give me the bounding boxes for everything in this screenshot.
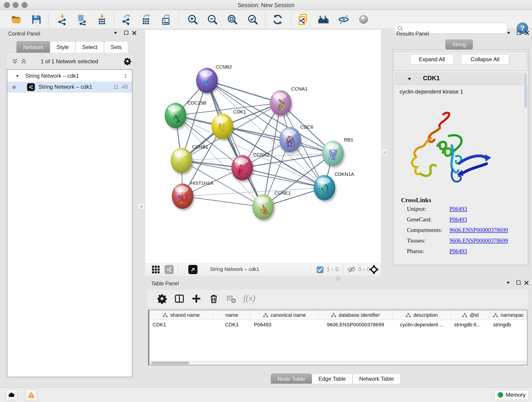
table-panel-title: Table Panel (151, 281, 179, 287)
delete-table-icon (226, 293, 236, 304)
collapse-all-button[interactable]: Collapse All (461, 54, 509, 65)
column-header-id[interactable]: @id (451, 310, 490, 320)
close-panel-icon[interactable] (524, 30, 530, 36)
crosslink-link[interactable]: 9606.ENSP00000378699 (450, 227, 508, 233)
close-panel-icon[interactable] (132, 30, 137, 36)
column-header-name[interactable]: name (213, 310, 251, 320)
expand-all-button[interactable]: Expand All (410, 54, 454, 65)
float-panel-icon[interactable] (517, 31, 521, 35)
node-gloss (174, 150, 187, 157)
table-options-gear-icon[interactable] (157, 293, 167, 304)
tab-string[interactable]: String (445, 39, 473, 50)
results-panel: Results Panel String Expand All Collapse… (391, 30, 530, 276)
table-row[interactable]: CDK1CDK1P064939606.ENSP00000378699cyclin… (149, 320, 527, 330)
collection-expander-icon[interactable] (15, 74, 20, 78)
float-panel-icon[interactable] (124, 31, 128, 35)
crosslinks-title: CrossLinks (401, 197, 431, 204)
hide-selected-button[interactable] (338, 14, 349, 25)
export-image-button[interactable] (160, 14, 172, 25)
export-network-button[interactable] (121, 14, 132, 25)
cell: 9606.ENSP00000378699 (318, 320, 393, 330)
node-gloss (215, 116, 228, 123)
float-panel-icon[interactable] (516, 281, 520, 285)
panel-menu-icon[interactable] (506, 31, 511, 35)
results-scrollbar[interactable] (524, 73, 527, 264)
zoom-out-button[interactable] (207, 14, 218, 25)
close-panel-icon[interactable] (524, 280, 529, 286)
memory-button[interactable]: Memory (494, 390, 529, 400)
export-table-button[interactable] (140, 14, 152, 25)
network-selected-status: 1 of 1 Network selected (5, 58, 134, 65)
import-network-file-button[interactable] (57, 14, 68, 25)
column-header-description[interactable]: description (393, 310, 451, 320)
create-column-icon[interactable] (191, 293, 202, 304)
crosslink-link[interactable]: P06493 (450, 206, 467, 212)
cloud-button[interactable] (6, 389, 17, 400)
tab-node-table[interactable]: Node Table (271, 374, 312, 384)
show-all-button[interactable] (358, 14, 369, 25)
network-edge-count: 48 (122, 84, 128, 90)
toolbar-separator (265, 13, 266, 26)
node-gloss (283, 129, 296, 136)
panel-menu-icon[interactable] (113, 31, 118, 35)
network-collection-row[interactable]: String Network – cdk1 1 (7, 70, 132, 82)
table-panel: Table Panel f(x) shared namenamecanonica… (145, 280, 530, 385)
fit-content-button[interactable] (227, 14, 238, 25)
tab-sets[interactable]: Sets (104, 41, 128, 53)
birdseye-grid-icon[interactable] (151, 265, 160, 274)
network-view-toolbar: String Network – cdk1 1 – 0 0 – 0 (145, 263, 381, 276)
toolbar-separator (48, 13, 49, 26)
tab-network-table[interactable]: Network Table (353, 374, 401, 384)
network-options-gear-icon[interactable] (123, 57, 132, 65)
warnings-button[interactable] (25, 389, 37, 400)
import-network-database-button[interactable] (76, 14, 87, 25)
gene-collapse-icon[interactable] (407, 77, 412, 82)
hidden-eye-slash-icon[interactable] (347, 265, 356, 274)
right-splitter-handle[interactable] (382, 149, 387, 155)
zoom-selected-button[interactable] (247, 14, 259, 25)
node-table: shared namenamecanonical namedatabase id… (148, 310, 527, 365)
clone-network-button[interactable] (298, 14, 309, 25)
crosslink-link[interactable]: P06493 (450, 248, 467, 254)
column-header-canonicalname[interactable]: canonical name (251, 310, 318, 320)
edge-HIST1H1A-CCNE1[interactable] (183, 196, 263, 207)
network-canvas[interactable]: CCNB2CCNA1CDC25BCDK1CDC6RB1CCNB1CCNA2CDK… (145, 30, 381, 263)
toolbar-separator (291, 13, 291, 26)
tab-edge-table[interactable]: Edge Table (312, 374, 353, 384)
crosslink-label: Compartments: (407, 227, 442, 233)
zoom-in-button[interactable] (187, 14, 198, 25)
string-view-icon[interactable] (165, 265, 174, 274)
hidden-count: 0 – 0 (358, 266, 370, 273)
crosslink-link[interactable]: 9606.ENSP00000378699 (450, 237, 508, 244)
tree-column-icon (405, 313, 411, 318)
cell: stringdb (490, 320, 527, 330)
tree-column-icon (331, 313, 336, 318)
show-columns-icon[interactable] (174, 293, 185, 304)
panel-menu-icon[interactable] (506, 281, 510, 285)
open-session-button[interactable] (11, 14, 22, 25)
gene-entry-header[interactable] (394, 72, 527, 85)
left-splitter-handle[interactable] (138, 204, 144, 209)
tab-style[interactable]: Style (50, 41, 75, 53)
apply-layout-button[interactable] (272, 14, 283, 25)
table-horizontal-scrollbar[interactable] (149, 361, 527, 365)
network-row-selected[interactable]: String Network – cdk1 11 48 (7, 82, 132, 93)
open-in-string-icon[interactable] (188, 265, 197, 274)
column-header-databaseidentifier[interactable]: database identifier (318, 310, 393, 320)
selected-nodes-checkbox[interactable] (317, 266, 323, 273)
crosslink-link[interactable]: P06493 (450, 216, 467, 223)
node-gloss (234, 157, 248, 164)
save-session-button[interactable] (31, 14, 42, 25)
import-table-file-button[interactable] (96, 14, 108, 25)
tab-network[interactable]: Network (17, 41, 50, 53)
cell: P06493 (251, 320, 318, 330)
first-neighbors-button[interactable] (317, 14, 329, 25)
tab-select[interactable]: Select (75, 41, 104, 53)
edge-CCNB2-CCNE1[interactable] (207, 80, 263, 207)
title-bar: Session: New Session (0, 0, 532, 10)
column-header-sharedname[interactable]: shared name (149, 310, 213, 320)
node-label-CCNE1: CCNE1 (274, 190, 291, 196)
delete-column-icon[interactable] (209, 293, 219, 304)
birdseye-toggle-crosshair-icon[interactable] (369, 265, 379, 274)
column-header-namespac[interactable]: namespac (490, 310, 527, 320)
